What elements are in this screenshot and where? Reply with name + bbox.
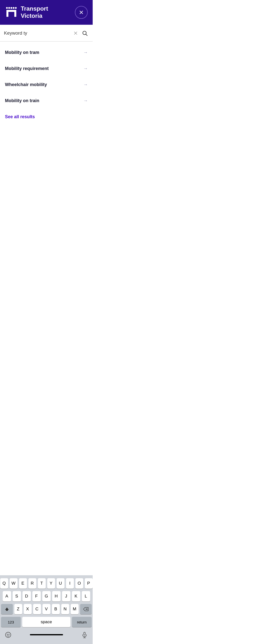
result-label-0: Mobility on tram — [5, 50, 39, 55]
search-icon — [82, 30, 88, 36]
logo-container: TransportVictoria — [5, 5, 48, 20]
close-button[interactable] — [75, 6, 88, 19]
search-bar — [0, 25, 93, 42]
result-item-1[interactable]: Mobility requirement → — [0, 60, 93, 77]
clear-search-button[interactable] — [72, 30, 79, 36]
result-label-3: Mobility on train — [5, 98, 39, 104]
svg-point-3 — [13, 7, 14, 9]
search-submit-button[interactable] — [81, 29, 89, 37]
arrow-icon-0: → — [83, 50, 88, 55]
result-item-0[interactable]: Mobility on tram → — [0, 44, 93, 60]
svg-point-4 — [15, 7, 17, 9]
see-all-results-link[interactable]: See all results — [0, 109, 93, 127]
results-list: Mobility on tram → Mobility requirement … — [0, 42, 93, 130]
svg-line-13 — [86, 34, 87, 36]
search-input[interactable] — [4, 30, 70, 36]
tv-logo-icon — [5, 6, 18, 19]
arrow-icon-1: → — [83, 66, 88, 71]
svg-point-2 — [11, 7, 12, 9]
clear-icon — [73, 31, 78, 35]
header-title: TransportVictoria — [21, 5, 48, 20]
result-item-2[interactable]: Wheelchair mobility → — [0, 77, 93, 93]
result-label-2: Wheelchair mobility — [5, 82, 47, 87]
result-label-1: Mobility requirement — [5, 66, 49, 71]
header: TransportVictoria — [0, 0, 93, 25]
svg-point-0 — [6, 7, 8, 9]
close-icon — [79, 10, 84, 15]
svg-rect-7 — [14, 10, 16, 17]
arrow-icon-2: → — [83, 82, 88, 87]
result-item-3[interactable]: Mobility on train → — [0, 93, 93, 109]
arrow-icon-3: → — [83, 98, 88, 104]
svg-point-1 — [8, 7, 10, 9]
